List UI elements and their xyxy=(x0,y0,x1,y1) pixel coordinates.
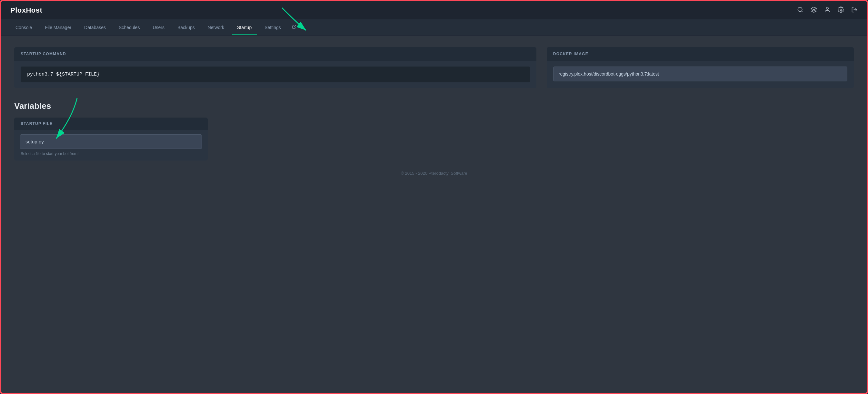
tab-console[interactable]: Console xyxy=(10,20,37,34)
top-section: STARTUP COMMAND python3.7 ${STARTUP_FILE… xyxy=(14,47,854,88)
svg-point-0 xyxy=(798,7,802,11)
page-footer: © 2015 - 2020 Pterodactyl Software xyxy=(14,161,854,181)
docker-image-input[interactable] xyxy=(553,66,847,81)
tab-startup[interactable]: Startup xyxy=(232,20,257,34)
tab-schedules[interactable]: Schedules xyxy=(114,20,145,34)
tab-external-link[interactable] xyxy=(289,20,300,34)
startup-command-box: STARTUP COMMAND python3.7 ${STARTUP_FILE… xyxy=(14,47,536,88)
logout-icon[interactable] xyxy=(851,6,858,15)
variable-card-header: STARTUP FILE xyxy=(14,117,208,130)
search-icon[interactable] xyxy=(797,6,804,15)
account-icon[interactable] xyxy=(824,6,831,15)
settings-gear-icon[interactable] xyxy=(838,6,844,15)
app-logo: PloxHost xyxy=(10,6,42,15)
svg-point-4 xyxy=(840,9,842,10)
svg-line-6 xyxy=(294,25,296,27)
variable-card-startup-file: STARTUP FILE Select a file to start your… xyxy=(14,117,208,161)
docker-image-body xyxy=(547,61,854,87)
tab-settings[interactable]: Settings xyxy=(259,20,286,34)
footer-text: © 2015 - 2020 Pterodactyl Software xyxy=(401,171,467,176)
startup-command-body: python3.7 ${STARTUP_FILE} xyxy=(14,61,536,88)
tab-backups[interactable]: Backups xyxy=(172,20,200,34)
top-bar: PloxHost xyxy=(1,1,867,19)
tabs-bar: Console File Manager Databases Schedules… xyxy=(1,19,867,35)
tab-users[interactable]: Users xyxy=(147,20,170,34)
svg-line-1 xyxy=(802,11,803,12)
startup-command-display: python3.7 ${STARTUP_FILE} xyxy=(21,66,530,82)
variable-hint: Select a file to start your bot from! xyxy=(20,151,202,156)
main-content: STARTUP COMMAND python3.7 ${STARTUP_FILE… xyxy=(1,35,867,193)
docker-image-header: DOCKER IMAGE xyxy=(547,47,854,61)
docker-image-box: DOCKER IMAGE xyxy=(547,47,854,88)
layers-icon[interactable] xyxy=(811,6,817,15)
variables-title: Variables xyxy=(14,101,854,111)
tab-network[interactable]: Network xyxy=(203,20,229,34)
startup-file-input[interactable] xyxy=(20,134,202,149)
svg-point-3 xyxy=(827,7,829,9)
svg-marker-2 xyxy=(811,7,817,9)
startup-command-header: STARTUP COMMAND xyxy=(14,47,536,61)
variables-section: Variables STARTUP FILE Select a file to … xyxy=(14,101,854,161)
tab-file-manager[interactable]: File Manager xyxy=(40,20,76,34)
tab-databases[interactable]: Databases xyxy=(79,20,111,34)
variable-card-body: Select a file to start your bot from! xyxy=(14,130,208,161)
top-icons-group xyxy=(797,6,858,15)
